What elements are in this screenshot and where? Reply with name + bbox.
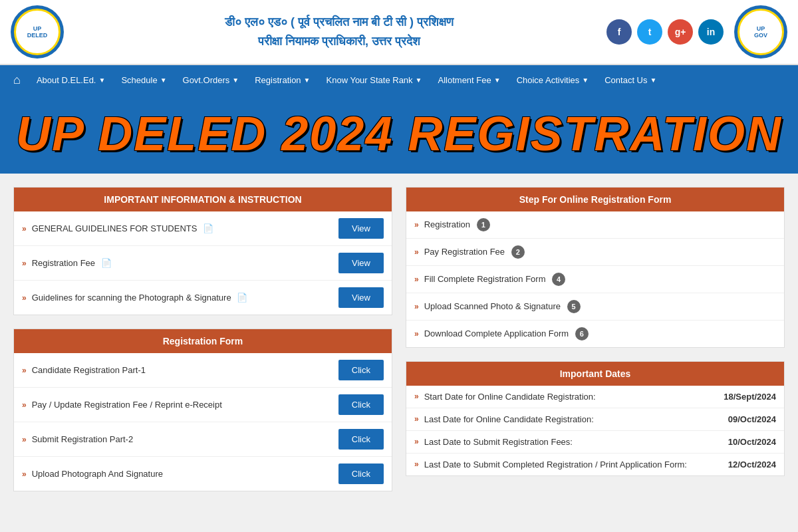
info-row-3-text: Guidelines for scanning the Photograph &… (32, 293, 338, 303)
bullet-arrow-icon: » (414, 414, 419, 424)
step-5-text: Download Complete Application Form 6 (424, 327, 589, 340)
date-row-1: » Start Date for Online Candidate Regist… (406, 386, 784, 408)
reg-row-3-text: Submit Registration Part-2 (32, 434, 338, 444)
date-4-label: Last Date to Submit Completed Registrati… (424, 460, 722, 469)
bullet-arrow-icon: » (414, 329, 419, 338)
info-row-1: » GENERAL GUIDELINES FOR STUDENTS 📄 View (14, 211, 392, 246)
bullet-arrow-icon: » (414, 247, 419, 257)
steps-panel: Step For Online Registration Form » Regi… (406, 187, 785, 348)
bullet-arrow-icon: » (22, 400, 27, 410)
reg-row-2-text: Pay / Update Registration Fee / Reprint … (32, 400, 338, 410)
registration-form-panel: Registration Form » Candidate Registrati… (13, 329, 392, 491)
step-2-number: 2 (511, 245, 525, 259)
left-column: IMPORTANT INFORMATION & INSTRUCTION » GE… (13, 187, 392, 505)
step-4-number: 5 (567, 300, 581, 313)
step-4-text: Upload Scanned Photo & Signature 5 (424, 300, 581, 313)
reg-row-4-text: Upload Photograph And Signature (32, 469, 338, 479)
bullet-arrow-icon: » (414, 437, 419, 446)
nav-schedule[interactable]: Schedule ▼ (113, 65, 174, 94)
step-3-number: 4 (552, 273, 565, 286)
important-info-header: IMPORTANT INFORMATION & INSTRUCTION (14, 188, 392, 211)
bullet-arrow-icon: » (22, 366, 27, 375)
reg-row-1: » Candidate Registration Part-1 Click (14, 353, 392, 388)
reg-row-1-click-button[interactable]: Click (338, 360, 384, 380)
important-info-panel: IMPORTANT INFORMATION & INSTRUCTION » GE… (13, 187, 392, 315)
date-row-4: » Last Date to Submit Completed Registra… (406, 454, 784, 475)
registration-form-header: Registration Form (14, 329, 392, 353)
step-2-text: Pay Registration Fee 2 (424, 245, 525, 259)
info-row-2-view-button[interactable]: View (338, 253, 384, 273)
banner-section: UP DELED 2024 REGISTRATION (0, 94, 798, 174)
bullet-arrow-icon: » (414, 460, 419, 469)
header-logo-right: UPGOV (734, 5, 787, 59)
step-row-1: » Registration 1 (406, 211, 784, 239)
nav-choice-activities[interactable]: Choice Activities ▼ (509, 65, 597, 94)
nav-allotment-fee[interactable]: Allotment Fee ▼ (430, 65, 509, 94)
reg-row-3-click-button[interactable]: Click (338, 429, 384, 450)
chevron-down-icon: ▼ (304, 76, 311, 84)
main-navbar: ⌂ About D.EL.Ed. ▼ Schedule ▼ Govt.Order… (0, 65, 798, 94)
nav-home-button[interactable]: ⌂ (5, 65, 29, 94)
googleplus-button[interactable]: g+ (668, 19, 693, 45)
bullet-arrow-icon: » (414, 302, 419, 311)
nav-about[interactable]: About D.EL.Ed. ▼ (29, 65, 114, 94)
reg-row-1-text: Candidate Registration Part-1 (32, 365, 338, 375)
info-row-3-view-button[interactable]: View (338, 287, 384, 308)
bullet-arrow-icon: » (414, 220, 419, 229)
chevron-down-icon: ▼ (99, 76, 106, 84)
chevron-down-icon: ▼ (494, 76, 501, 84)
linkedin-button[interactable]: in (698, 19, 724, 45)
nav-govt-orders[interactable]: Govt.Orders ▼ (175, 65, 247, 94)
reg-row-4: » Upload Photograph And Signature Click (14, 457, 392, 491)
info-row-2-text: Registration Fee 📄 (32, 258, 338, 268)
date-2-label: Last Date for Online Candidate Registrat… (424, 414, 722, 424)
date-3-label: Last Date to Submit Registration Fees: (424, 437, 722, 447)
important-dates-panel: Important Dates » Start Date for Online … (406, 361, 785, 476)
bullet-arrow-icon: » (22, 293, 27, 303)
chevron-down-icon: ▼ (650, 76, 657, 84)
bullet-arrow-icon: » (22, 224, 27, 233)
chevron-down-icon: ▼ (582, 76, 589, 84)
date-4-value: 12/Oct/2024 (728, 460, 776, 469)
header-title: डी० एल० एड० ( पूर्व प्रचलित नाम बी टी सी… (72, 13, 606, 51)
step-5-number: 6 (575, 327, 589, 340)
date-row-2: » Last Date for Online Candidate Registr… (406, 408, 784, 431)
pdf-icon: 📄 (203, 223, 213, 233)
step-row-5: » Download Complete Application Form 6 (406, 321, 784, 347)
reg-row-2: » Pay / Update Registration Fee / Reprin… (14, 388, 392, 422)
reg-row-4-click-button[interactable]: Click (338, 464, 384, 484)
dates-header: Important Dates (406, 362, 784, 386)
main-content: IMPORTANT INFORMATION & INSTRUCTION » GE… (0, 174, 798, 518)
pdf-icon: 📄 (237, 293, 247, 303)
chevron-down-icon: ▼ (416, 76, 422, 84)
step-row-2: » Pay Registration Fee 2 (406, 239, 784, 266)
twitter-button[interactable]: t (637, 19, 662, 45)
reg-row-2-click-button[interactable]: Click (338, 394, 384, 415)
info-row-1-text: GENERAL GUIDELINES FOR STUDENTS 📄 (32, 223, 338, 233)
bullet-arrow-icon: » (22, 259, 27, 268)
header-logo-left: UPDELED (11, 5, 64, 59)
date-1-value: 18/Sept/2024 (724, 392, 776, 402)
nav-contact-us[interactable]: Contact Us ▼ (597, 65, 664, 94)
step-3-text: Fill Complete Registration Form 4 (424, 273, 565, 286)
banner-title: UP DELED 2024 REGISTRATION (7, 108, 791, 160)
info-row-1-view-button[interactable]: View (338, 218, 384, 239)
info-row-2: » Registration Fee 📄 View (14, 246, 392, 281)
bullet-arrow-icon: » (414, 392, 419, 401)
bullet-arrow-icon: » (414, 275, 419, 284)
steps-header: Step For Online Registration Form (406, 188, 784, 211)
right-column: Step For Online Registration Form » Regi… (406, 187, 785, 505)
date-2-value: 09/Oct/2024 (728, 414, 776, 424)
date-row-3: » Last Date to Submit Registration Fees:… (406, 431, 784, 454)
chevron-down-icon: ▼ (160, 76, 167, 84)
social-links: f t g+ in (606, 19, 724, 45)
bullet-arrow-icon: » (22, 435, 27, 444)
step-row-3: » Fill Complete Registration Form 4 (406, 266, 784, 293)
pdf-icon: 📄 (101, 258, 112, 268)
date-1-label: Start Date for Online Candidate Registra… (424, 392, 718, 402)
facebook-button[interactable]: f (606, 19, 632, 45)
chevron-down-icon: ▼ (232, 76, 239, 84)
nav-state-rank[interactable]: Know Your State Rank ▼ (319, 65, 430, 94)
info-row-3: » Guidelines for scanning the Photograph… (14, 281, 392, 315)
nav-registration[interactable]: Registration ▼ (247, 65, 318, 94)
